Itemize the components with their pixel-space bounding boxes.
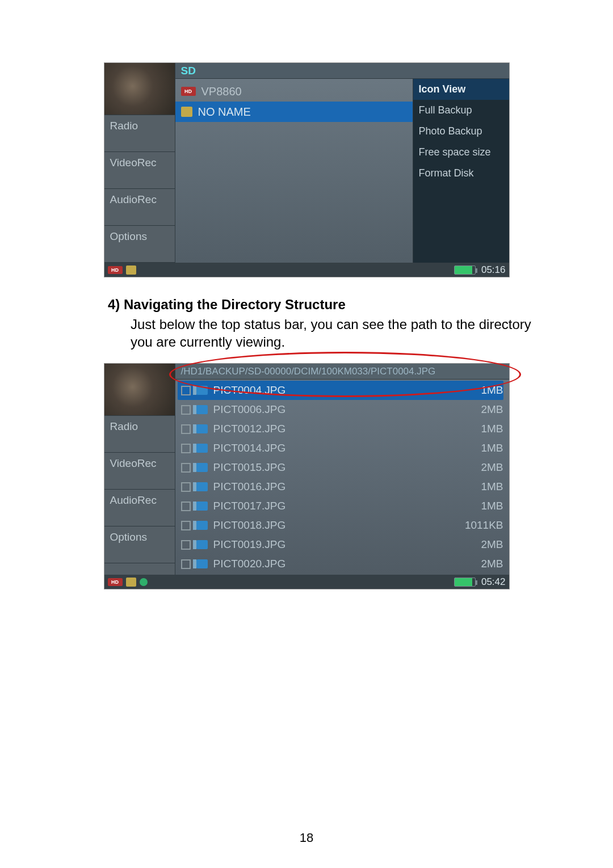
file-name: PICT0015.JPG [213,461,452,474]
file-row[interactable]: PICT0006.JPG 2MB [178,400,503,419]
activity-dot-icon [140,578,148,586]
section-text: Just below the top status bar, you can s… [131,316,539,351]
file-name: PICT0017.JPG [213,500,452,512]
checkbox-icon[interactable] [181,463,191,473]
file-size: 1011KB [458,519,503,532]
drive-row-sd[interactable]: NO NAME [175,102,413,122]
checkbox-icon[interactable] [181,386,191,395]
menu-item-icon-view[interactable]: Icon View [413,79,509,100]
checkbox-icon[interactable] [181,405,191,415]
file-size: 1MB [458,423,503,435]
menu-item-full-backup[interactable]: Full Backup [413,100,509,121]
sidebar: Radio VideoRec AudioRec Options [104,63,175,263]
status-bar: HD 05:16 [104,263,509,277]
checkbox-icon[interactable] [181,540,191,550]
sidebar-item-radio[interactable]: Radio [104,416,175,453]
sd-status-icon [126,266,136,275]
checkbox-icon[interactable] [181,482,191,492]
status-bar: HD 05:42 [104,575,509,589]
checkbox-icon[interactable] [181,424,191,434]
file-row[interactable]: PICT0012.JPG 1MB [178,419,503,439]
hd-icon: HD [181,87,196,96]
file-size: 2MB [458,403,503,416]
image-file-icon [196,502,208,511]
image-file-icon [196,405,208,414]
drive-label: NO NAME [198,106,251,119]
file-name: PICT0004.JPG [213,384,452,397]
image-file-icon [196,521,208,530]
menu-item-format-disk[interactable]: Format Disk [413,163,509,184]
image-file-icon [196,444,208,453]
drive-list: HD VP8860 NO NAME [175,79,413,263]
file-row[interactable]: PICT0015.JPG 2MB [178,458,503,477]
file-size: 1MB [458,500,503,512]
file-name: PICT0016.JPG [213,481,452,493]
image-file-icon [196,424,208,433]
context-menu: Icon View Full Backup Photo Backup Free … [413,79,509,263]
file-row[interactable]: PICT0019.JPG 2MB [178,535,503,554]
file-row[interactable]: PICT0016.JPG 1MB [178,477,503,496]
sidebar-item-options[interactable]: Options [104,226,175,263]
drive-label: VP8860 [201,85,242,98]
file-row[interactable]: PICT0004.JPG 1MB [178,381,503,400]
file-size: 1MB [458,481,503,493]
file-row[interactable]: PICT0014.JPG 1MB [178,439,503,458]
sd-icon [181,107,192,117]
file-name: PICT0006.JPG [213,403,452,416]
file-row[interactable]: PICT0018.JPG 1011KB [178,516,503,535]
sidebar-item-videorec[interactable]: VideoRec [104,453,175,490]
image-file-icon [196,463,208,472]
drive-row-hd[interactable]: HD VP8860 [175,81,413,102]
sidebar-item-radio[interactable]: Radio [104,115,175,152]
page-number: 18 [0,831,613,845]
sd-status-icon [126,578,136,587]
screenshot-2: Radio VideoRec AudioRec Options /HD1/BAC… [104,363,510,589]
file-name: PICT0014.JPG [213,442,452,454]
checkbox-icon[interactable] [181,559,191,569]
image-file-icon [196,559,208,568]
file-list: PICT0004.JPG 1MB PICT0006.JPG 2MB [175,380,509,575]
image-file-icon [196,482,208,491]
file-name: PICT0020.JPG [213,558,452,570]
hd-status-icon: HD [108,578,123,586]
file-size: 2MB [458,461,503,474]
thumbnail-preview [104,63,175,115]
sidebar: Radio VideoRec AudioRec Options [104,364,175,575]
sidebar-item-videorec[interactable]: VideoRec [104,152,175,189]
screenshot-1: Radio VideoRec AudioRec Options SD HD VP… [104,62,510,277]
file-name: PICT0012.JPG [213,423,452,435]
checkbox-icon[interactable] [181,502,191,511]
file-row[interactable]: PICT0017.JPG 1MB [178,496,503,516]
battery-icon [454,578,476,587]
menu-item-photo-backup[interactable]: Photo Backup [413,121,509,142]
checkbox-icon[interactable] [181,521,191,530]
hd-status-icon: HD [108,266,123,274]
image-file-icon [196,386,208,395]
file-size: 2MB [458,558,503,570]
clock: 05:16 [481,264,506,276]
file-size: 2MB [458,538,503,551]
section-heading: 4) Navigating the Directory Structure [108,297,539,313]
path-bar: /HD1/BACKUP/SD-00000/DCIM/100KM033/PICT0… [175,364,509,380]
file-name: PICT0018.JPG [213,519,452,532]
thumbnail-preview [104,364,175,416]
title-bar: SD [175,63,509,79]
image-file-icon [196,540,208,549]
file-row[interactable]: PICT0020.JPG 2MB [178,554,503,574]
clock: 05:42 [481,576,506,588]
file-size: 1MB [458,442,503,454]
battery-icon [454,266,476,275]
file-name: PICT0019.JPG [213,538,452,551]
sidebar-item-audiorec[interactable]: AudioRec [104,189,175,226]
menu-item-free-space[interactable]: Free space size [413,142,509,163]
sidebar-item-options[interactable]: Options [104,526,175,563]
checkbox-icon[interactable] [181,444,191,453]
sidebar-item-audiorec[interactable]: AudioRec [104,490,175,526]
file-size: 1MB [458,384,503,397]
